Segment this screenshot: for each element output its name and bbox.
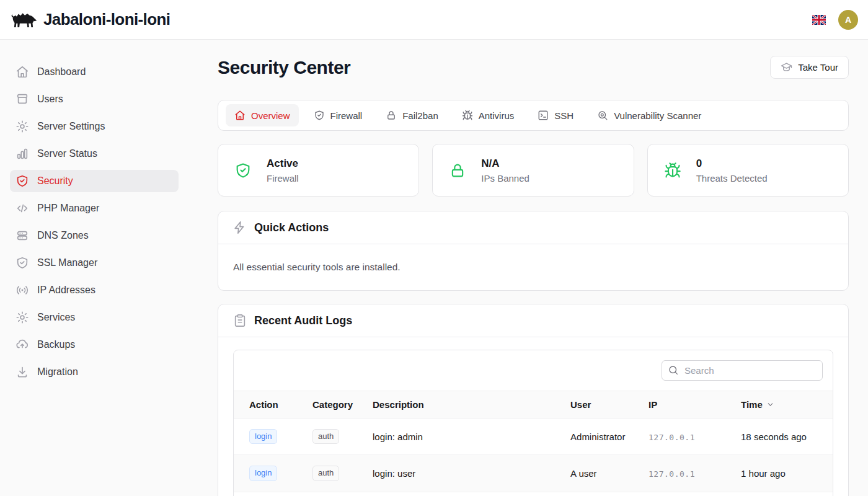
column-header-time[interactable]: Time [731,391,833,418]
tab-ssh[interactable]: SSH [529,104,582,126]
title-row: Security Center Take Tour [218,56,849,79]
stat-text: 0 Threats Detected [696,157,768,184]
sidebar-item-security[interactable]: Security [10,170,179,192]
download-icon [15,365,30,379]
ip-cell: 127.0.0.1 [639,455,731,492]
tab-label: Fail2ban [402,110,438,121]
sidebar-item-label: Security [37,175,73,187]
sidebar-item-users[interactable]: Users [10,88,179,110]
scan-search-icon [597,110,608,121]
tab-overview[interactable]: Overview [226,104,299,126]
column-header-ip: IP [639,391,731,418]
action-cell: login [234,418,303,455]
clipped-row [234,492,833,496]
tab-vulnerability-scanner[interactable]: Vulnerability Scanner [588,104,710,126]
search-box [662,360,823,381]
table-toolbar [234,350,833,391]
description-cell: login: user [363,455,560,492]
home-icon [234,110,246,121]
page-layout: Dashboard Users Server Settings Server S… [0,40,868,496]
sidebar-item-label: Server Status [37,148,97,159]
sidebar-item-dashboard[interactable]: Dashboard [10,61,179,83]
stat-text: Active Firewall [267,157,299,184]
ip-value: 127.0.0.1 [649,469,695,479]
stat-label: Firewall [267,173,299,184]
quick-actions-message: All essential security tools are install… [218,244,848,290]
top-right-controls: A [812,10,858,30]
sidebar-item-server-status[interactable]: Server Status [10,143,179,165]
stat-value: Active [267,157,299,170]
sidebar-item-ssl-manager[interactable]: SSL Manager [10,252,179,274]
sidebar-item-label: Dashboard [37,66,86,78]
ip-value: 127.0.0.1 [649,433,695,442]
sidebar: Dashboard Users Server Settings Server S… [0,40,188,388]
table-row [234,492,833,496]
section-title: Recent Audit Logs [254,314,352,327]
sidebar-item-php-manager[interactable]: PHP Manager [10,197,179,219]
uk-flag-icon [812,15,826,25]
stat-value: N/A [481,157,529,170]
code-icon [15,201,30,216]
avatar[interactable]: A [838,10,858,30]
boar-logo-icon [10,10,37,29]
shield-check-icon [15,255,30,270]
tab-firewall[interactable]: Firewall [305,104,371,126]
category-cell: auth [303,418,363,455]
quick-actions-section: Quick Actions All essential security too… [218,211,849,291]
take-tour-button[interactable]: Take Tour [770,56,849,79]
top-bar: Jabaloni-loni-loni A [0,0,868,40]
brand: Jabaloni-loni-loni [10,10,170,29]
sidebar-item-server-settings[interactable]: Server Settings [10,115,179,138]
sidebar-item-label: Users [37,94,63,105]
page-title: Security Center [218,57,350,78]
tab-fail2ban[interactable]: Fail2ban [377,104,447,126]
user-cell: A user [560,455,639,492]
sidebar-item-migration[interactable]: Migration [10,361,179,383]
shield-check-icon [234,162,252,179]
audit-logs-section: Recent Audit Logs [218,304,849,496]
tab-label: Overview [251,110,290,121]
sidebar-item-backups[interactable]: Backups [10,334,179,356]
bug-icon [462,110,473,121]
time-cell: 1 hour ago [731,455,833,492]
stat-label: IPs Banned [481,173,529,184]
shield-check-icon [314,110,325,121]
sidebar-item-label: Services [37,312,75,323]
sidebar-item-label: Backups [37,339,75,350]
column-header-category: Category [303,391,363,418]
user-cell: Administrator [560,418,639,455]
server-stack-icon [15,228,30,243]
action-badge: login [249,429,277,444]
broadcast-icon [15,283,30,298]
tab-label: SSH [554,110,574,121]
gear-icon [15,310,30,325]
column-header-user: User [560,391,639,418]
sidebar-item-dns-zones[interactable]: DNS Zones [10,224,179,247]
clipboard-icon [233,314,247,327]
description-cell: login: admin [363,418,560,455]
lightning-icon [233,221,247,234]
sidebar-item-services[interactable]: Services [10,306,179,329]
chevron-down-icon [766,401,774,409]
main-content: Security Center Take Tour Overview Fir [188,40,868,496]
app-title: Jabaloni-loni-loni [43,10,170,29]
column-header-time-label: Time [741,399,763,410]
time-cell: 18 seconds ago [731,418,833,455]
stat-text: N/A IPs Banned [481,157,529,184]
audit-logs-body: Action Category Description User IP Time [218,337,848,496]
take-tour-label: Take Tour [798,62,838,73]
category-badge: auth [312,429,339,444]
table-row: login auth login: user A user 127.0.0.1 … [234,455,833,492]
sidebar-item-label: Migration [37,366,78,378]
terminal-icon [538,110,549,121]
sidebar-item-ip-addresses[interactable]: IP Addresses [10,279,179,301]
language-button[interactable] [812,15,826,25]
tab-antivirus[interactable]: Antivirus [453,104,523,126]
stat-card-ips-banned: N/A IPs Banned [432,144,634,197]
stat-card-firewall: Active Firewall [218,144,419,197]
stat-value: 0 [696,157,768,170]
category-badge: auth [312,466,339,480]
search-input[interactable] [662,360,823,381]
section-title: Quick Actions [254,221,329,234]
sidebar-item-label: DNS Zones [37,230,89,241]
